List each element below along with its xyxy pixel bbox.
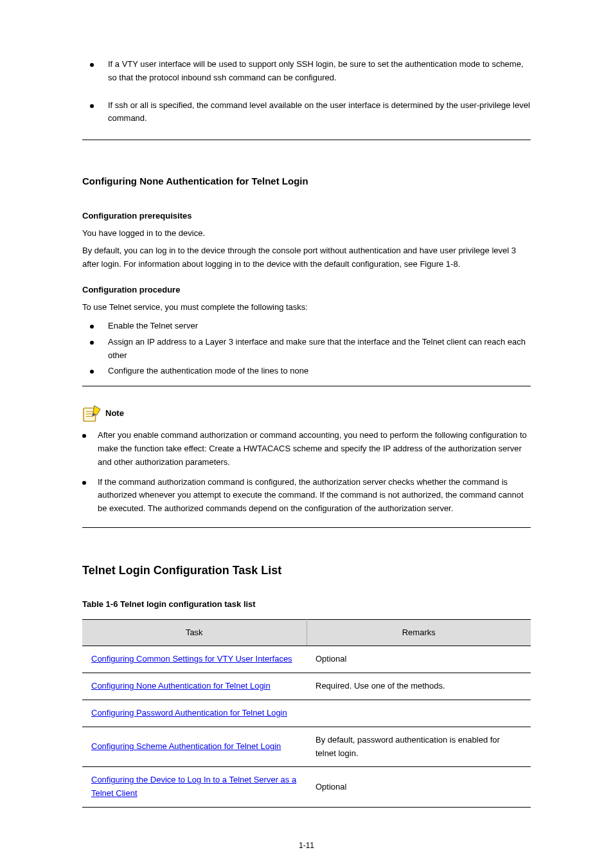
link-common-settings[interactable]: Configuring Common Settings for VTY User… xyxy=(91,654,292,664)
table-cell-task: Configuring None Authentication for Teln… xyxy=(82,673,306,700)
link-scheme-auth[interactable]: Configuring Scheme Authentication for Te… xyxy=(91,741,281,751)
table-cell-task: Configuring the Device to Log In to a Te… xyxy=(82,767,306,808)
table-cell-task: Configuring Scheme Authentication for Te… xyxy=(82,727,306,767)
subheading-prerequisites: Configuration prerequisites xyxy=(82,210,531,223)
bullet-dot-icon xyxy=(82,434,86,438)
bullet-text: If the command authorization command is … xyxy=(98,476,531,516)
bullet-dot-icon xyxy=(90,63,94,67)
table-cell-remarks: Optional xyxy=(306,767,531,808)
bullet-item: Assign an IP address to a Layer 3 interf… xyxy=(82,336,531,363)
task-table: Task Remarks Configuring Common Settings… xyxy=(82,619,531,808)
note-bullet-list: After you enable command authorization o… xyxy=(82,429,531,516)
table-cell-task: Configuring Password Authentication for … xyxy=(82,700,306,727)
table-header-task: Task xyxy=(82,619,306,646)
section-divider xyxy=(82,386,531,386)
table-cell-remarks: Required. Use one of the methods. xyxy=(306,673,531,700)
section-divider xyxy=(82,527,531,528)
table-row: Configuring Password Authentication for … xyxy=(82,700,531,727)
table-caption: Table 1-6 Telnet login configuration tas… xyxy=(82,598,531,611)
note-box: Note After you enable command authorizat… xyxy=(82,404,531,528)
link-none-auth[interactable]: Configuring None Authentication for Teln… xyxy=(91,681,271,691)
paragraph: By default, you can log in to the device… xyxy=(82,244,531,271)
paragraph: You have logged in to the device. xyxy=(82,227,531,240)
bullet-text: If a VTY user interface will be used to … xyxy=(108,58,531,85)
bullet-item: After you enable command authorization o… xyxy=(82,429,531,469)
note-label: Note xyxy=(105,407,124,420)
table-header-row: Task Remarks xyxy=(82,619,531,646)
bullet-item: If the command authorization command is … xyxy=(82,476,531,516)
section-divider xyxy=(82,140,531,140)
bullet-item: Enable the Telnet server xyxy=(82,320,531,333)
bullet-dot-icon xyxy=(90,370,94,374)
top-bullet-list: If a VTY user interface will be used to … xyxy=(82,58,531,125)
table-row: Configuring Common Settings for VTY User… xyxy=(82,646,531,673)
procedure-bullet-list: Enable the Telnet server Assign an IP ad… xyxy=(82,320,531,378)
heading-task-list: Telnet Login Configuration Task List xyxy=(82,561,531,580)
bullet-text: Configure the authentication mode of the… xyxy=(108,365,531,378)
table-cell-remarks: Optional xyxy=(306,646,531,673)
table-row: Configuring the Device to Log In to a Te… xyxy=(82,767,531,808)
table-row: Configuring None Authentication for Teln… xyxy=(82,673,531,700)
bullet-item: If a VTY user interface will be used to … xyxy=(82,58,531,85)
table-header-remarks: Remarks xyxy=(306,619,531,646)
bullet-text: Enable the Telnet server xyxy=(108,320,531,333)
subheading-procedure: Configuration procedure xyxy=(82,284,531,297)
bullet-item: Configure the authentication mode of the… xyxy=(82,365,531,378)
bullet-dot-icon xyxy=(82,481,86,485)
table-cell-task: Configuring Common Settings for VTY User… xyxy=(82,646,306,673)
note-header: Note xyxy=(82,404,531,422)
heading-configuring-none-auth: Configuring None Authentication for Teln… xyxy=(82,174,531,189)
page-number: 1-11 xyxy=(82,840,531,852)
link-password-auth[interactable]: Configuring Password Authentication for … xyxy=(91,708,287,718)
table-row: Configuring Scheme Authentication for Te… xyxy=(82,727,531,767)
paragraph: To use Telnet service, you must complete… xyxy=(82,301,531,314)
table-cell-remarks: By default, password authentication is e… xyxy=(306,727,531,767)
bullet-dot-icon xyxy=(90,325,94,329)
bullet-dot-icon xyxy=(90,341,94,345)
table-cell-remarks xyxy=(306,700,531,727)
bullet-text: After you enable command authorization o… xyxy=(98,429,531,469)
link-telnet-client[interactable]: Configuring the Device to Log In to a Te… xyxy=(91,775,296,798)
note-icon xyxy=(82,404,102,422)
bullet-text: If ssh or all is specified, the command … xyxy=(108,99,531,126)
bullet-text: Assign an IP address to a Layer 3 interf… xyxy=(108,336,531,363)
bullet-dot-icon xyxy=(90,104,94,108)
bullet-item: If ssh or all is specified, the command … xyxy=(82,99,531,126)
